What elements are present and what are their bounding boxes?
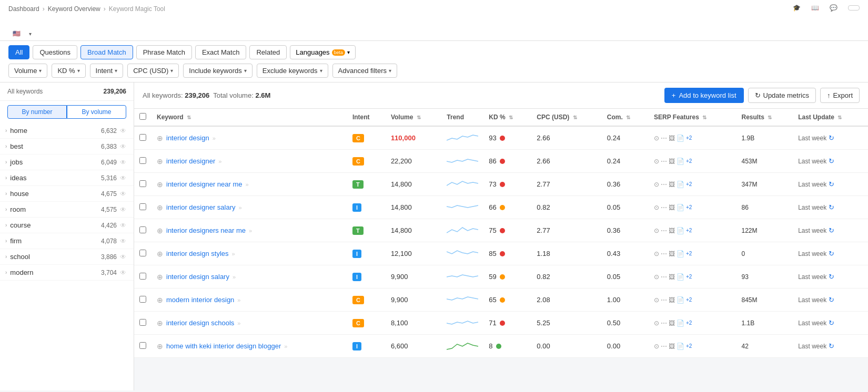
intent-filter[interactable]: Intent ▾: [90, 64, 124, 78]
add-keyword-icon[interactable]: ⊕: [157, 203, 163, 212]
refresh-icon[interactable]: ↻: [829, 273, 834, 281]
tab-phrase-match[interactable]: Phrase Match: [136, 45, 192, 59]
tab-related[interactable]: Related: [249, 45, 287, 59]
refresh-icon[interactable]: ↻: [829, 319, 834, 327]
row-checkbox-cell[interactable]: [134, 335, 152, 358]
keyword-link[interactable]: interior design: [166, 134, 209, 142]
view-search-history-button[interactable]: [848, 5, 860, 11]
row-checkbox-cell[interactable]: [134, 150, 152, 173]
add-to-keyword-list-button[interactable]: + Add to keyword list: [664, 88, 744, 103]
kd-column-header[interactable]: KD % ⇅: [483, 109, 531, 126]
keyword-link[interactable]: interior design salary: [166, 273, 229, 281]
refresh-icon[interactable]: ↻: [829, 203, 834, 211]
row-checkbox-cell[interactable]: [134, 312, 152, 335]
add-keyword-icon[interactable]: ⊕: [157, 273, 163, 281]
sort-by-volume[interactable]: By volume: [67, 105, 126, 119]
refresh-icon[interactable]: ↻: [829, 342, 834, 350]
row-checkbox-cell[interactable]: [134, 126, 152, 150]
refresh-icon[interactable]: ↻: [829, 250, 834, 257]
sidebar-item[interactable]: › course 4,426 👁: [0, 218, 134, 233]
row-checkbox[interactable]: [139, 157, 146, 164]
row-checkbox-cell[interactable]: [134, 219, 152, 242]
sort-by-number[interactable]: By number: [7, 105, 67, 119]
sidebar-item[interactable]: › home 6,632 👁: [0, 123, 134, 139]
row-checkbox[interactable]: [139, 134, 146, 141]
include-keywords-filter[interactable]: Include keywords ▾: [183, 64, 252, 78]
intent-column-header[interactable]: Intent: [347, 109, 386, 126]
add-keyword-icon[interactable]: ⊕: [157, 180, 163, 189]
cpc-column-header[interactable]: CPC (USD) ⇅: [531, 109, 602, 126]
refresh-icon[interactable]: ↻: [829, 134, 834, 142]
keyword-link[interactable]: interior design schools: [166, 319, 234, 327]
add-keyword-icon[interactable]: ⊕: [157, 342, 163, 350]
row-checkbox-cell[interactable]: [134, 173, 152, 196]
sidebar-item[interactable]: › house 4,675 👁: [0, 186, 134, 202]
add-keyword-icon[interactable]: ⊕: [157, 134, 163, 142]
sidebar-item[interactable]: › best 6,383 👁: [0, 139, 134, 154]
add-keyword-icon[interactable]: ⊕: [157, 319, 163, 327]
breadcrumb-dashboard[interactable]: Dashboard: [8, 5, 39, 13]
sidebar-item[interactable]: › room 4,575 👁: [0, 202, 134, 218]
keyword-link[interactable]: interior designers near me: [166, 226, 246, 234]
sidebar-item[interactable]: › jobs 6,049 👁: [0, 154, 134, 170]
serp-more-icon[interactable]: +2: [686, 297, 692, 303]
refresh-icon[interactable]: ↻: [829, 296, 834, 304]
languages-button[interactable]: Languages beta ▾: [290, 45, 356, 59]
refresh-icon[interactable]: ↻: [829, 226, 834, 234]
send-feedback-link[interactable]: 💬: [830, 4, 840, 12]
cpc-filter[interactable]: CPC (USD) ▾: [127, 64, 179, 78]
keyword-link[interactable]: interior design styles: [166, 250, 229, 257]
row-checkbox[interactable]: [139, 273, 146, 280]
keyword-link[interactable]: interior designer near me: [166, 180, 243, 188]
serp-more-icon[interactable]: +2: [686, 274, 692, 280]
keyword-link[interactable]: interior designer: [166, 157, 215, 165]
select-all-header[interactable]: [134, 109, 152, 126]
refresh-icon[interactable]: ↻: [829, 157, 834, 165]
row-checkbox-cell[interactable]: [134, 242, 152, 265]
volume-column-header[interactable]: Volume ⇅: [386, 109, 441, 126]
sidebar-item[interactable]: › firm 4,078 👁: [0, 233, 134, 249]
com-column-header[interactable]: Com. ⇅: [602, 109, 649, 126]
add-keyword-icon[interactable]: ⊕: [157, 250, 163, 258]
serp-more-icon[interactable]: +2: [686, 251, 692, 256]
volume-filter[interactable]: Volume ▾: [8, 64, 47, 78]
serp-more-icon[interactable]: +2: [686, 181, 692, 187]
refresh-icon[interactable]: ↻: [829, 180, 834, 188]
row-checkbox[interactable]: [139, 342, 146, 349]
add-keyword-icon[interactable]: ⊕: [157, 226, 163, 235]
keyword-column-header[interactable]: Keyword ⇅: [152, 109, 347, 126]
row-checkbox[interactable]: [139, 226, 146, 233]
kd-filter[interactable]: KD % ▾: [52, 64, 85, 78]
keyword-research-course-link[interactable]: 🎓: [793, 4, 803, 12]
row-checkbox[interactable]: [139, 319, 146, 326]
row-checkbox-cell[interactable]: [134, 288, 152, 312]
row-checkbox[interactable]: [139, 180, 146, 187]
select-all-checkbox[interactable]: [139, 113, 146, 120]
last-update-column-header[interactable]: Last Update ⇅: [793, 109, 868, 126]
row-checkbox-cell[interactable]: [134, 265, 152, 288]
keyword-link[interactable]: modern interior design: [166, 296, 234, 304]
keyword-link[interactable]: interior designer salary: [166, 203, 236, 211]
serp-more-icon[interactable]: +2: [686, 158, 692, 164]
exclude-keywords-filter[interactable]: Exclude keywords ▾: [257, 64, 328, 78]
sidebar-item[interactable]: › modern 3,704 👁: [0, 265, 134, 281]
advanced-filters[interactable]: Advanced filters ▾: [332, 64, 398, 78]
serp-more-icon[interactable]: +2: [686, 228, 692, 233]
tab-broad-match[interactable]: Broad Match: [80, 45, 133, 59]
tab-all[interactable]: All: [8, 45, 29, 59]
export-button[interactable]: ↑ Export: [820, 88, 860, 103]
tab-questions[interactable]: Questions: [33, 45, 77, 59]
row-checkbox[interactable]: [139, 250, 146, 256]
row-checkbox[interactable]: [139, 203, 146, 210]
breadcrumb-keyword-overview[interactable]: Keyword Overview: [48, 5, 100, 13]
sidebar-item[interactable]: › school 3,886 👁: [0, 249, 134, 265]
serp-more-icon[interactable]: +2: [686, 204, 692, 210]
update-metrics-button[interactable]: ↻ Update metrics: [748, 88, 816, 103]
results-column-header[interactable]: Results ⇅: [736, 109, 793, 126]
serp-more-icon[interactable]: +2: [686, 320, 692, 326]
serp-more-icon[interactable]: +2: [686, 343, 692, 349]
row-checkbox-cell[interactable]: [134, 196, 152, 219]
serp-more-icon[interactable]: +2: [686, 135, 692, 141]
keyword-link[interactable]: home with keki interior design blogger: [166, 342, 281, 350]
sidebar-item[interactable]: › ideas 5,316 👁: [0, 170, 134, 186]
